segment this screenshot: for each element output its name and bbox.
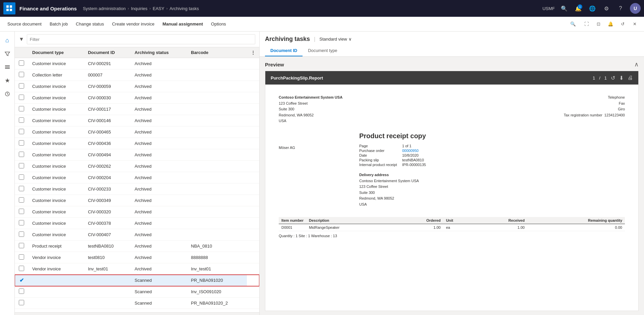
table-row[interactable]: Customer invoiceCIV-000059Archived	[15, 81, 259, 92]
filter-input[interactable]	[27, 34, 255, 44]
table-row[interactable]: ScannedPR_NBA091020_2	[15, 298, 259, 309]
table-row[interactable]: Customer invoiceCIV-000262Archived	[15, 161, 259, 172]
row-checkbox[interactable]	[19, 288, 24, 294]
row-checkbox-cell[interactable]	[15, 252, 28, 263]
tab-document-type[interactable]: Document type	[303, 45, 342, 56]
col-barcode[interactable]: Barcode	[187, 47, 247, 58]
search-icon[interactable]: 🔍	[559, 4, 569, 13]
batch-job-button[interactable]: Batch job	[46, 19, 71, 30]
bell-icon[interactable]: 🔔 1	[574, 4, 583, 13]
help-icon[interactable]: ?	[616, 4, 625, 13]
row-checkbox-cell[interactable]	[15, 241, 28, 252]
row-checkbox-cell[interactable]	[15, 104, 28, 115]
download-icon[interactable]: ⬇	[619, 75, 624, 81]
row-checkbox[interactable]	[19, 129, 24, 134]
table-row[interactable]: Customer invoiceCIV-000378Archived	[15, 218, 259, 229]
row-checkbox-cell[interactable]	[15, 92, 28, 104]
row-checkbox[interactable]	[19, 83, 24, 89]
row-checkbox[interactable]	[19, 163, 24, 168]
table-row[interactable]: Collection letter000007Archived	[15, 69, 259, 81]
row-checkbox[interactable]	[19, 106, 24, 111]
row-checkbox[interactable]	[19, 231, 24, 237]
toolbar-maximize-icon[interactable]: 🔔	[605, 19, 616, 30]
create-vendor-invoice-button[interactable]: Create vendor invoice	[109, 19, 158, 30]
col-more[interactable]: ⋮	[247, 47, 259, 58]
collapse-icon[interactable]: ∧	[634, 61, 639, 68]
row-checkbox-cell[interactable]	[15, 206, 28, 218]
row-checkbox[interactable]	[19, 220, 24, 225]
row-checkbox-cell[interactable]	[15, 183, 28, 195]
breadcrumb-archiving-tasks[interactable]: Archiving tasks	[170, 6, 199, 11]
row-checkbox[interactable]	[19, 60, 24, 66]
col-document-id[interactable]: Document ID	[84, 47, 130, 58]
table-row[interactable]: Customer invoiceCIV-000117Archived	[15, 104, 259, 115]
print-icon[interactable]: 🖨	[628, 75, 633, 81]
row-checkbox-cell[interactable]	[15, 126, 28, 138]
horizontal-scrollbar[interactable]	[15, 312, 259, 315]
table-row[interactable]: Customer invoiceCIV-000465Archived	[15, 126, 259, 138]
row-checkbox[interactable]	[19, 174, 24, 180]
sidebar-icon-home[interactable]: ⌂	[1, 34, 13, 46]
row-checkbox-cell[interactable]	[15, 58, 28, 69]
row-checkbox[interactable]	[19, 117, 24, 123]
breadcrumb-inquiries[interactable]: Inquiries	[131, 6, 147, 11]
table-row[interactable]: ✔ScannedPR_NBA091020	[15, 275, 259, 286]
table-row[interactable]: Product receipttestNBA0810ArchivedNBA_08…	[15, 241, 259, 252]
row-checkbox[interactable]	[19, 243, 24, 248]
row-checkbox[interactable]	[19, 209, 24, 214]
breadcrumb-easy[interactable]: EASY	[153, 6, 164, 11]
sidebar-icon-list[interactable]	[1, 61, 13, 73]
table-row[interactable]: Customer invoiceCIV-000407Archived	[15, 229, 259, 241]
row-checkbox[interactable]	[19, 152, 24, 157]
table-row[interactable]: Customer invoiceCIV-000291Archived	[15, 58, 259, 69]
row-checkbox[interactable]	[19, 266, 24, 271]
globe-icon[interactable]: 🌐	[588, 4, 597, 13]
table-row[interactable]: Customer invoiceCIV-000146Archived	[15, 115, 259, 126]
row-checkbox-cell[interactable]: ✔	[15, 275, 28, 286]
row-checkbox-cell[interactable]	[15, 218, 28, 229]
row-checkbox[interactable]	[19, 140, 24, 146]
row-checkbox-cell[interactable]	[15, 81, 28, 92]
row-checkbox-cell[interactable]	[15, 172, 28, 183]
row-checkbox-cell[interactable]	[15, 138, 28, 149]
row-checkbox-cell[interactable]	[15, 229, 28, 241]
toolbar-search-icon[interactable]: 🔍	[568, 19, 578, 30]
col-document-type[interactable]: Document type	[28, 47, 84, 58]
row-checkbox[interactable]	[19, 95, 24, 100]
row-checkbox-cell[interactable]	[15, 263, 28, 275]
row-checkbox-cell[interactable]	[15, 298, 28, 309]
user-avatar[interactable]: U	[630, 3, 641, 14]
table-row[interactable]: Customer invoiceCIV-000494Archived	[15, 149, 259, 161]
sidebar-icon-favorites[interactable]: ★	[1, 74, 13, 87]
row-checkbox[interactable]	[19, 186, 24, 191]
table-row[interactable]: ScannedInv_ISO091020	[15, 286, 259, 298]
row-checkbox-cell[interactable]	[15, 195, 28, 206]
filter-icon[interactable]: ▼	[19, 36, 24, 42]
toolbar-fullscreen-icon[interactable]: ⛶	[581, 19, 592, 30]
view-selector[interactable]: Standard view ∨	[319, 37, 352, 42]
toolbar-restore-icon[interactable]: ↺	[617, 19, 628, 30]
table-row[interactable]: Customer invoiceCIV-000030Archived	[15, 92, 259, 104]
table-row[interactable]: Customer invoiceCIV-000233Archived	[15, 183, 259, 195]
source-document-button[interactable]: Source document	[4, 19, 45, 30]
table-row[interactable]: Customer invoiceCIV-000349Archived	[15, 195, 259, 206]
table-row[interactable]: Customer invoiceCIV-000436Archived	[15, 138, 259, 149]
row-checkbox-cell[interactable]	[15, 69, 28, 81]
col-archiving-status[interactable]: Archiving status	[130, 47, 187, 58]
toolbar-popout-icon[interactable]: ⊡	[593, 19, 604, 30]
sidebar-icon-recent[interactable]	[1, 88, 13, 100]
table-row[interactable]: Customer invoiceCIV-000320Archived	[15, 206, 259, 218]
change-status-button[interactable]: Change status	[72, 19, 107, 30]
tab-document-id[interactable]: Document ID	[265, 45, 303, 56]
manual-assignment-button[interactable]: Manual assignment	[159, 19, 206, 30]
table-row[interactable]: Vendor invoiceInv_test01ArchivedInv_test…	[15, 263, 259, 275]
refresh-icon[interactable]: ↺	[611, 75, 615, 81]
row-checkbox-cell[interactable]	[15, 149, 28, 161]
toolbar-close-icon[interactable]: ✕	[629, 19, 640, 30]
settings-icon[interactable]: ⚙	[602, 4, 611, 13]
row-checkbox-cell[interactable]	[15, 286, 28, 298]
row-checkbox[interactable]	[19, 197, 24, 203]
row-checkbox-cell[interactable]	[15, 161, 28, 172]
table-row[interactable]: Vendor invoicetest0810Archived8888888	[15, 252, 259, 263]
options-button[interactable]: Options	[208, 19, 229, 30]
